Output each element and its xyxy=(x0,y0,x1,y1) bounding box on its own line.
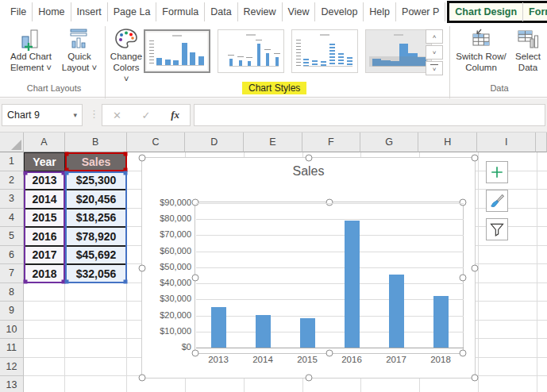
row-header-3[interactable]: 3 xyxy=(0,190,24,209)
sheet-cell[interactable] xyxy=(24,339,65,358)
tab-insert[interactable]: Insert xyxy=(71,2,108,21)
sheet-cell[interactable] xyxy=(537,339,547,358)
sheet-cell[interactable] xyxy=(24,321,65,340)
row-header-7[interactable]: 7 xyxy=(0,264,24,283)
row-header-11[interactable]: 11 xyxy=(0,339,24,358)
chart-elements-button[interactable] xyxy=(486,161,508,183)
table-cell-year[interactable]: 2013 xyxy=(24,171,65,190)
sheet-cell[interactable] xyxy=(479,264,537,283)
tab-home[interactable]: Home xyxy=(33,2,71,21)
sheet-cell[interactable] xyxy=(537,152,547,171)
sheet-cell[interactable] xyxy=(537,190,547,209)
column-header-F[interactable]: F xyxy=(302,133,360,152)
row-header-2[interactable]: 2 xyxy=(0,171,24,190)
row-header-12[interactable]: 12 xyxy=(0,358,24,377)
sheet-cell[interactable] xyxy=(537,283,547,302)
name-box[interactable]: Chart 9 ▾ xyxy=(2,104,83,126)
tab-chart-design[interactable]: Chart Design xyxy=(449,2,523,21)
column-header-I[interactable]: I xyxy=(477,133,536,152)
row-header-1[interactable]: 1 xyxy=(0,152,24,171)
selection-handle[interactable] xyxy=(460,275,467,282)
sheet-cell[interactable] xyxy=(537,171,547,190)
chart-style-thumbnail[interactable] xyxy=(218,29,284,73)
sheet-cell[interactable] xyxy=(65,302,127,321)
chart-filters-button[interactable] xyxy=(486,218,508,240)
row-header-13[interactable]: 13 xyxy=(0,376,24,392)
sheet-cell[interactable] xyxy=(186,376,245,392)
chart-bar[interactable] xyxy=(433,296,449,348)
tab-view[interactable]: View xyxy=(283,2,316,21)
sheet-cell[interactable] xyxy=(65,358,127,377)
sheet-cell[interactable] xyxy=(303,376,361,392)
sheet-cell[interactable] xyxy=(537,264,547,283)
chart-bar[interactable] xyxy=(256,315,271,348)
column-header-E[interactable]: E xyxy=(244,133,302,152)
table-cell-year[interactable]: 2016 xyxy=(24,227,65,246)
sheet-cell[interactable] xyxy=(420,376,479,392)
sheet-cell[interactable] xyxy=(65,283,127,302)
column-header-G[interactable]: G xyxy=(360,133,419,152)
sheet-cell[interactable] xyxy=(537,376,547,392)
cancel-icon[interactable]: ✕ xyxy=(113,110,121,121)
chart-bar[interactable] xyxy=(211,307,226,348)
sheet-cell[interactable] xyxy=(65,376,127,392)
selection-handle[interactable] xyxy=(192,199,199,206)
insert-function-icon[interactable]: fx xyxy=(171,109,179,121)
chart-style-thumbnail[interactable] xyxy=(365,29,432,73)
change-colors-button[interactable]: Change Colors ˅ xyxy=(110,27,143,84)
table-cell-sales[interactable]: $78,920 xyxy=(65,227,127,246)
sheet-cell[interactable] xyxy=(479,339,537,358)
chart-bar[interactable] xyxy=(300,318,315,348)
table-cell-sales[interactable]: $32,056 xyxy=(65,264,127,283)
selection-handle[interactable] xyxy=(472,375,479,382)
sheet-cell[interactable] xyxy=(127,376,186,392)
tab-review[interactable]: Review xyxy=(238,2,283,21)
sheet-cell[interactable] xyxy=(537,246,547,265)
table-cell-sales[interactable]: $20,456 xyxy=(65,190,127,209)
column-header-A[interactable]: A xyxy=(24,133,65,152)
tab-page-la[interactable]: Page La xyxy=(108,2,157,21)
selection-handle[interactable] xyxy=(460,350,467,357)
sheet-cell[interactable] xyxy=(479,302,537,321)
add-chart-element-button[interactable]: Add Chart Element ˅ xyxy=(6,27,56,73)
sheet-cell[interactable] xyxy=(245,376,303,392)
selection-handle[interactable] xyxy=(139,375,146,382)
chart-style-thumbnail[interactable] xyxy=(291,29,358,73)
table-header-sales[interactable]: Sales xyxy=(65,152,127,171)
gallery-scroll-up-button[interactable]: ˄ xyxy=(426,29,443,44)
selection-handle[interactable] xyxy=(472,264,479,271)
tab-formula[interactable]: Formula xyxy=(156,2,205,21)
sheet-cell[interactable] xyxy=(479,246,537,265)
table-cell-sales[interactable]: $45,692 xyxy=(65,246,127,265)
sheet-cell[interactable] xyxy=(537,227,547,246)
sheet-cell[interactable] xyxy=(24,302,65,321)
row-header-10[interactable]: 10 xyxy=(0,321,24,340)
sheet-cell[interactable] xyxy=(537,321,547,340)
name-box-dropdown-icon[interactable]: ▾ xyxy=(73,111,77,119)
column-header-H[interactable]: H xyxy=(418,133,477,152)
sheet-cell[interactable] xyxy=(479,321,537,340)
switch-row-column-button[interactable]: Switch Row/ Column xyxy=(454,27,508,73)
table-cell-sales[interactable]: $18,256 xyxy=(65,209,127,228)
table-cell-sales[interactable]: $25,300 xyxy=(65,171,127,190)
chart-styles-button[interactable] xyxy=(486,190,508,212)
select-all-corner[interactable] xyxy=(0,133,24,152)
sheet-cell[interactable] xyxy=(361,376,420,392)
sheet-cell[interactable] xyxy=(24,358,65,377)
row-header-8[interactable]: 8 xyxy=(0,283,24,302)
selection-handle[interactable] xyxy=(192,350,199,357)
row-header-5[interactable]: 5 xyxy=(0,227,24,246)
selection-handle[interactable] xyxy=(139,264,146,271)
sheet-cell[interactable] xyxy=(65,321,127,340)
chart-title[interactable]: Sales xyxy=(142,164,475,179)
column-header-B[interactable]: B xyxy=(65,133,127,152)
selection-handle[interactable] xyxy=(472,155,479,162)
sheet-cell[interactable] xyxy=(479,376,537,392)
selection-handle[interactable] xyxy=(192,275,199,282)
selection-handle[interactable] xyxy=(305,155,312,162)
quick-layout-button[interactable]: Quick Layout ˅ xyxy=(57,27,102,73)
sheet-cell[interactable] xyxy=(24,376,65,392)
sheet-cell[interactable] xyxy=(65,339,127,358)
formula-input[interactable] xyxy=(194,104,545,126)
tab-data[interactable]: Data xyxy=(205,2,237,21)
